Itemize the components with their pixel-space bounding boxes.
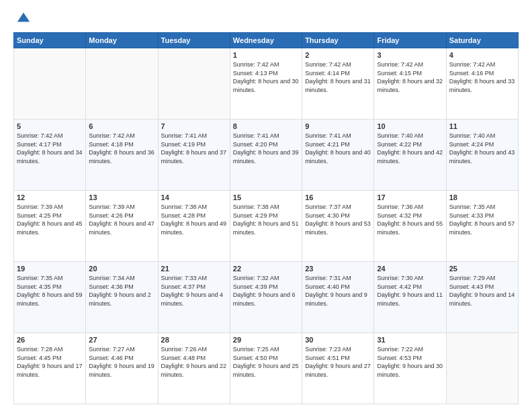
calendar-week-5: 26Sunrise: 7:28 AM Sunset: 4:45 PM Dayli… xyxy=(14,333,519,404)
calendar-header-thursday: Thursday xyxy=(302,33,374,48)
day-info: Sunrise: 7:40 AM Sunset: 4:24 PM Dayligh… xyxy=(449,132,515,165)
day-number: 17 xyxy=(377,193,443,201)
logo xyxy=(13,11,31,26)
calendar-week-3: 12Sunrise: 7:39 AM Sunset: 4:25 PM Dayli… xyxy=(14,191,519,262)
day-info: Sunrise: 7:42 AM Sunset: 4:17 PM Dayligh… xyxy=(17,132,83,165)
day-info: Sunrise: 7:32 AM Sunset: 4:39 PM Dayligh… xyxy=(233,274,299,308)
day-info: Sunrise: 7:34 AM Sunset: 4:36 PM Dayligh… xyxy=(89,274,154,308)
day-info: Sunrise: 7:35 AM Sunset: 4:35 PM Dayligh… xyxy=(17,274,83,308)
calendar-cell: 12Sunrise: 7:39 AM Sunset: 4:25 PM Dayli… xyxy=(14,191,86,262)
calendar-cell: 9Sunrise: 7:41 AM Sunset: 4:21 PM Daylig… xyxy=(302,120,374,191)
calendar-cell: 27Sunrise: 7:27 AM Sunset: 4:46 PM Dayli… xyxy=(86,333,158,404)
calendar-cell: 22Sunrise: 7:32 AM Sunset: 4:39 PM Dayli… xyxy=(230,262,302,333)
calendar-cell: 26Sunrise: 7:28 AM Sunset: 4:45 PM Dayli… xyxy=(14,333,86,404)
day-number: 9 xyxy=(305,122,371,130)
day-info: Sunrise: 7:41 AM Sunset: 4:21 PM Dayligh… xyxy=(305,132,371,165)
calendar-cell: 19Sunrise: 7:35 AM Sunset: 4:35 PM Dayli… xyxy=(14,262,86,333)
calendar-cell: 21Sunrise: 7:33 AM Sunset: 4:37 PM Dayli… xyxy=(158,262,230,333)
day-info: Sunrise: 7:31 AM Sunset: 4:40 PM Dayligh… xyxy=(305,274,371,308)
day-info: Sunrise: 7:42 AM Sunset: 4:13 PM Dayligh… xyxy=(233,60,299,94)
day-number: 25 xyxy=(449,265,515,273)
day-number: 11 xyxy=(449,122,515,130)
day-number: 24 xyxy=(377,265,443,273)
day-info: Sunrise: 7:29 AM Sunset: 4:43 PM Dayligh… xyxy=(449,274,515,308)
day-info: Sunrise: 7:38 AM Sunset: 4:29 PM Dayligh… xyxy=(233,203,299,236)
calendar-cell: 8Sunrise: 7:41 AM Sunset: 4:20 PM Daylig… xyxy=(230,120,302,191)
calendar-cell: 15Sunrise: 7:38 AM Sunset: 4:29 PM Dayli… xyxy=(230,191,302,262)
header xyxy=(13,11,519,26)
day-info: Sunrise: 7:39 AM Sunset: 4:26 PM Dayligh… xyxy=(89,203,154,236)
calendar-cell: 14Sunrise: 7:38 AM Sunset: 4:28 PM Dayli… xyxy=(158,191,230,262)
calendar-cell xyxy=(86,48,158,120)
calendar-cell: 16Sunrise: 7:37 AM Sunset: 4:30 PM Dayli… xyxy=(302,191,374,262)
calendar-week-1: 1Sunrise: 7:42 AM Sunset: 4:13 PM Daylig… xyxy=(14,48,519,120)
day-number: 4 xyxy=(449,51,515,59)
calendar-cell: 13Sunrise: 7:39 AM Sunset: 4:26 PM Dayli… xyxy=(86,191,158,262)
day-info: Sunrise: 7:26 AM Sunset: 4:48 PM Dayligh… xyxy=(161,345,227,379)
calendar-header-monday: Monday xyxy=(86,33,158,48)
calendar-cell: 4Sunrise: 7:42 AM Sunset: 4:16 PM Daylig… xyxy=(446,48,518,120)
calendar-cell: 2Sunrise: 7:42 AM Sunset: 4:14 PM Daylig… xyxy=(302,48,374,120)
day-info: Sunrise: 7:42 AM Sunset: 4:18 PM Dayligh… xyxy=(89,132,154,165)
calendar-cell: 18Sunrise: 7:35 AM Sunset: 4:33 PM Dayli… xyxy=(446,191,518,262)
calendar-header-wednesday: Wednesday xyxy=(230,33,302,48)
calendar-cell: 24Sunrise: 7:30 AM Sunset: 4:42 PM Dayli… xyxy=(374,262,446,333)
day-number: 5 xyxy=(17,122,83,130)
day-info: Sunrise: 7:41 AM Sunset: 4:20 PM Dayligh… xyxy=(233,132,299,165)
day-number: 28 xyxy=(161,336,227,344)
day-number: 21 xyxy=(161,265,227,273)
calendar-cell: 6Sunrise: 7:42 AM Sunset: 4:18 PM Daylig… xyxy=(86,120,158,191)
day-number: 16 xyxy=(305,193,371,201)
day-info: Sunrise: 7:33 AM Sunset: 4:37 PM Dayligh… xyxy=(161,274,227,308)
calendar-week-2: 5Sunrise: 7:42 AM Sunset: 4:17 PM Daylig… xyxy=(14,120,519,191)
calendar-cell: 20Sunrise: 7:34 AM Sunset: 4:36 PM Dayli… xyxy=(86,262,158,333)
day-number: 26 xyxy=(17,336,83,344)
day-info: Sunrise: 7:35 AM Sunset: 4:33 PM Dayligh… xyxy=(449,203,515,236)
day-info: Sunrise: 7:23 AM Sunset: 4:51 PM Dayligh… xyxy=(305,345,371,379)
day-number: 23 xyxy=(305,265,371,273)
calendar-header-friday: Friday xyxy=(374,33,446,48)
calendar-cell: 28Sunrise: 7:26 AM Sunset: 4:48 PM Dayli… xyxy=(158,333,230,404)
day-number: 27 xyxy=(89,336,154,344)
calendar-cell: 30Sunrise: 7:23 AM Sunset: 4:51 PM Dayli… xyxy=(302,333,374,404)
calendar-header-row: SundayMondayTuesdayWednesdayThursdayFrid… xyxy=(14,33,519,48)
day-number: 1 xyxy=(233,51,299,59)
calendar-header-saturday: Saturday xyxy=(446,33,518,48)
day-info: Sunrise: 7:42 AM Sunset: 4:16 PM Dayligh… xyxy=(449,60,515,94)
calendar-header-sunday: Sunday xyxy=(14,33,86,48)
calendar-week-4: 19Sunrise: 7:35 AM Sunset: 4:35 PM Dayli… xyxy=(14,262,519,333)
day-number: 3 xyxy=(377,51,443,59)
day-info: Sunrise: 7:37 AM Sunset: 4:30 PM Dayligh… xyxy=(305,203,371,236)
calendar-cell: 5Sunrise: 7:42 AM Sunset: 4:17 PM Daylig… xyxy=(14,120,86,191)
day-info: Sunrise: 7:41 AM Sunset: 4:19 PM Dayligh… xyxy=(161,132,227,165)
day-info: Sunrise: 7:42 AM Sunset: 4:14 PM Dayligh… xyxy=(305,60,371,94)
calendar-table: SundayMondayTuesdayWednesdayThursdayFrid… xyxy=(13,32,519,404)
day-info: Sunrise: 7:25 AM Sunset: 4:50 PM Dayligh… xyxy=(233,345,299,379)
day-info: Sunrise: 7:40 AM Sunset: 4:22 PM Dayligh… xyxy=(377,132,443,165)
calendar-cell xyxy=(14,48,86,120)
day-number: 12 xyxy=(17,193,83,201)
day-number: 6 xyxy=(89,122,154,130)
calendar-cell: 3Sunrise: 7:42 AM Sunset: 4:15 PM Daylig… xyxy=(374,48,446,120)
calendar-cell: 29Sunrise: 7:25 AM Sunset: 4:50 PM Dayli… xyxy=(230,333,302,404)
day-info: Sunrise: 7:27 AM Sunset: 4:46 PM Dayligh… xyxy=(89,345,154,379)
day-info: Sunrise: 7:28 AM Sunset: 4:45 PM Dayligh… xyxy=(17,345,83,379)
day-number: 19 xyxy=(17,265,83,273)
day-info: Sunrise: 7:22 AM Sunset: 4:53 PM Dayligh… xyxy=(377,345,443,379)
day-info: Sunrise: 7:38 AM Sunset: 4:28 PM Dayligh… xyxy=(161,203,227,236)
logo-icon xyxy=(16,11,31,26)
day-number: 2 xyxy=(305,51,371,59)
calendar-cell: 11Sunrise: 7:40 AM Sunset: 4:24 PM Dayli… xyxy=(446,120,518,191)
day-number: 20 xyxy=(89,265,154,273)
day-number: 8 xyxy=(233,122,299,130)
calendar-cell: 25Sunrise: 7:29 AM Sunset: 4:43 PM Dayli… xyxy=(446,262,518,333)
calendar-header-tuesday: Tuesday xyxy=(158,33,230,48)
day-info: Sunrise: 7:30 AM Sunset: 4:42 PM Dayligh… xyxy=(377,274,443,308)
day-number: 13 xyxy=(89,193,154,201)
day-number: 29 xyxy=(233,336,299,344)
calendar-cell: 7Sunrise: 7:41 AM Sunset: 4:19 PM Daylig… xyxy=(158,120,230,191)
day-info: Sunrise: 7:42 AM Sunset: 4:15 PM Dayligh… xyxy=(377,60,443,94)
day-number: 10 xyxy=(377,122,443,130)
day-number: 18 xyxy=(449,193,515,201)
day-number: 31 xyxy=(377,336,443,344)
